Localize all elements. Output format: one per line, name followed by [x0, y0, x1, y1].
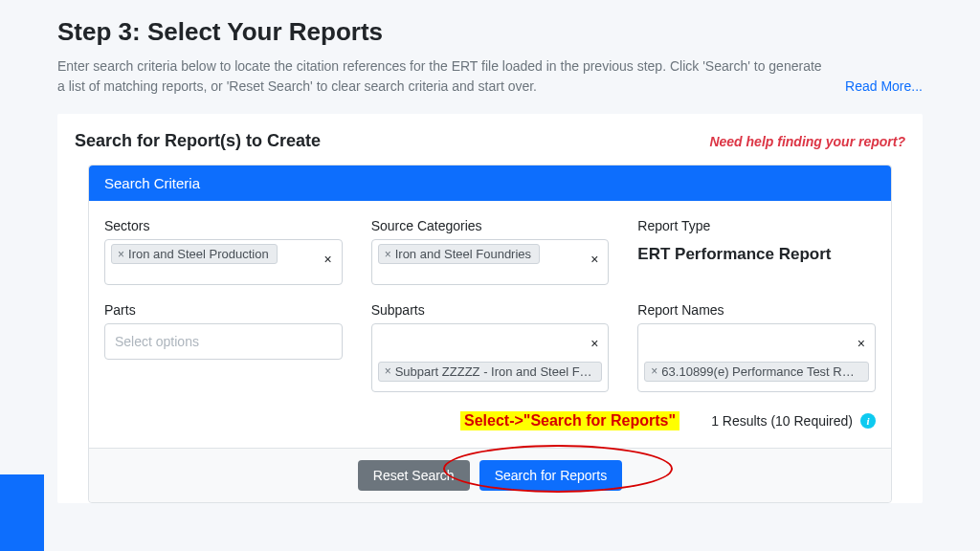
annotation-text: Select->"Search for Reports": [460, 411, 679, 430]
clear-report-names-icon[interactable]: ×: [858, 336, 865, 351]
search-card: Search for Report(s) to Create Need help…: [57, 114, 923, 503]
subpart-tag-text: Subpart ZZZZZ - Iron and Steel Foundrie: [395, 364, 594, 379]
source-category-tag: × Iron and Steel Foundries: [378, 244, 540, 264]
step-description-text: Enter search criteria below to locate th…: [57, 58, 822, 94]
results-row: Select->"Search for Reports" 1 Results (…: [104, 409, 876, 438]
report-name-tag: × 63.10899(e) Performance Test Report: [644, 362, 869, 382]
step-title: Step 3: Select Your Reports: [57, 17, 923, 47]
read-more-link[interactable]: Read More...: [845, 77, 923, 97]
source-category-tag-text: Iron and Steel Foundries: [395, 247, 531, 261]
source-categories-field: Source Categories × Iron and Steel Found…: [371, 218, 610, 285]
criteria-row-2: Parts Select options Subparts × × Sub: [104, 302, 876, 392]
clear-subparts-icon[interactable]: ×: [590, 336, 598, 351]
remove-tag-icon[interactable]: ×: [385, 248, 391, 261]
criteria-row-1: Sectors × Iron and Steel Production × So…: [104, 218, 876, 285]
remove-tag-icon[interactable]: ×: [118, 248, 124, 261]
card-title: Search for Report(s) to Create: [75, 131, 321, 151]
parts-field: Parts Select options: [104, 302, 343, 392]
reset-search-button[interactable]: Reset Search: [358, 460, 470, 491]
parts-input[interactable]: Select options: [104, 323, 343, 360]
card-header-row: Search for Report(s) to Create Need help…: [75, 131, 905, 151]
subparts-label: Subparts: [371, 302, 610, 318]
panel-body: Sectors × Iron and Steel Production × So…: [89, 201, 891, 448]
subparts-input[interactable]: × × Subpart ZZZZZ - Iron and Steel Found…: [371, 323, 610, 392]
source-categories-label: Source Categories: [371, 218, 610, 233]
parts-placeholder: Select options: [111, 328, 203, 355]
clear-sectors-icon[interactable]: ×: [323, 252, 331, 267]
sector-tag-text: Iron and Steel Production: [128, 247, 269, 261]
report-name-tag-text: 63.10899(e) Performance Test Report: [661, 364, 860, 379]
step-description: Enter search criteria below to locate th…: [57, 56, 923, 97]
sectors-label: Sectors: [104, 218, 343, 233]
subpart-tag: × Subpart ZZZZZ - Iron and Steel Foundri…: [378, 362, 603, 382]
report-names-field: Report Names × × 63.10899(e) Performance…: [637, 302, 876, 392]
search-criteria-panel: Search Criteria Sectors × Iron and Steel…: [88, 165, 892, 503]
parts-label: Parts: [104, 302, 343, 318]
sectors-field: Sectors × Iron and Steel Production ×: [104, 218, 343, 285]
search-for-reports-button[interactable]: Search for Reports: [479, 460, 623, 491]
report-type-value: ERT Performance Report: [637, 239, 876, 264]
sector-tag: × Iron and Steel Production: [111, 244, 278, 264]
source-categories-input[interactable]: × Iron and Steel Foundries ×: [371, 239, 610, 285]
sectors-input[interactable]: × Iron and Steel Production ×: [104, 239, 343, 285]
report-names-input[interactable]: × × 63.10899(e) Performance Test Report: [637, 323, 876, 392]
panel-footer: Reset Search Search for Reports: [89, 448, 891, 502]
results-count: 1 Results (10 Required): [711, 413, 853, 429]
clear-source-categories-icon[interactable]: ×: [590, 252, 598, 267]
decorative-blue-block: [0, 474, 44, 551]
report-type-field: Report Type ERT Performance Report: [637, 218, 876, 285]
report-type-label: Report Type: [637, 218, 876, 233]
panel-header: Search Criteria: [89, 165, 891, 201]
step-header: Step 3: Select Your Reports Enter search…: [57, 0, 923, 97]
info-icon[interactable]: i: [860, 413, 876, 429]
report-names-label: Report Names: [637, 302, 876, 318]
help-link[interactable]: Need help finding your report?: [709, 134, 905, 149]
remove-tag-icon[interactable]: ×: [651, 364, 657, 378]
remove-tag-icon[interactable]: ×: [385, 364, 391, 378]
subparts-field: Subparts × × Subpart ZZZZZ - Iron and St…: [371, 302, 610, 392]
